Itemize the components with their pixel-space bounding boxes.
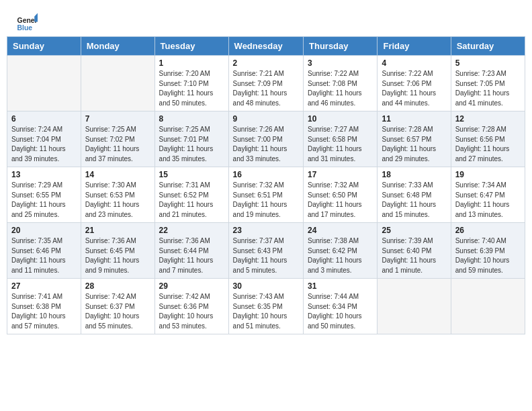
day-number: 26 — [455, 226, 521, 235]
day-info: Sunrise: 7:22 AMSunset: 7:06 PMDaylight:… — [382, 69, 446, 108]
day-number: 13 — [11, 170, 77, 179]
day-info: Sunrise: 7:35 AMSunset: 6:46 PMDaylight:… — [11, 236, 77, 275]
calendar-day-cell — [7, 56, 81, 111]
day-number: 1 — [159, 58, 224, 68]
calendar-header-sunday: Sunday — [7, 37, 81, 56]
day-number: 21 — [85, 226, 150, 235]
day-number: 7 — [85, 114, 150, 124]
day-number: 23 — [233, 226, 299, 235]
day-number: 4 — [382, 58, 446, 68]
day-number: 6 — [11, 114, 77, 124]
day-number: 16 — [233, 170, 299, 179]
day-info: Sunrise: 7:36 AMSunset: 6:44 PMDaylight:… — [159, 236, 224, 275]
calendar-day-cell: 23Sunrise: 7:37 AMSunset: 6:43 PMDayligh… — [228, 223, 303, 279]
day-info: Sunrise: 7:20 AMSunset: 7:10 PMDaylight:… — [159, 69, 224, 108]
calendar-day-cell: 22Sunrise: 7:36 AMSunset: 6:44 PMDayligh… — [154, 223, 228, 279]
svg-marker-2 — [34, 13, 38, 22]
day-number: 9 — [233, 114, 299, 124]
day-number: 15 — [159, 170, 224, 179]
calendar-week-row: 13Sunrise: 7:29 AMSunset: 6:55 PMDayligh… — [7, 167, 525, 223]
day-info: Sunrise: 7:25 AMSunset: 7:02 PMDaylight:… — [85, 125, 150, 164]
calendar-day-cell: 2Sunrise: 7:21 AMSunset: 7:09 PMDaylight… — [228, 56, 303, 111]
calendar-day-cell: 4Sunrise: 7:22 AMSunset: 7:06 PMDaylight… — [378, 56, 451, 111]
day-info: Sunrise: 7:31 AMSunset: 6:52 PMDaylight:… — [159, 181, 224, 220]
day-info: Sunrise: 7:27 AMSunset: 6:58 PMDaylight:… — [308, 125, 373, 164]
logo-icon: General Blue — [16, 12, 38, 34]
calendar-day-cell: 19Sunrise: 7:34 AMSunset: 6:47 PMDayligh… — [451, 167, 525, 223]
calendar-day-cell: 18Sunrise: 7:33 AMSunset: 6:48 PMDayligh… — [378, 167, 451, 223]
day-info: Sunrise: 7:37 AMSunset: 6:43 PMDaylight:… — [233, 236, 299, 275]
svg-text:Blue: Blue — [17, 24, 33, 32]
day-info: Sunrise: 7:22 AMSunset: 7:08 PMDaylight:… — [308, 69, 373, 108]
day-number: 24 — [308, 226, 373, 235]
calendar-day-cell: 13Sunrise: 7:29 AMSunset: 6:55 PMDayligh… — [7, 167, 81, 223]
logo: General Blue — [16, 12, 40, 34]
calendar-header-monday: Monday — [81, 37, 154, 56]
calendar-header-saturday: Saturday — [451, 37, 525, 56]
day-number: 8 — [159, 114, 224, 124]
calendar-day-cell: 24Sunrise: 7:38 AMSunset: 6:42 PMDayligh… — [304, 223, 378, 279]
calendar-day-cell: 11Sunrise: 7:28 AMSunset: 6:57 PMDayligh… — [378, 111, 451, 167]
calendar-day-cell: 16Sunrise: 7:32 AMSunset: 6:51 PMDayligh… — [228, 167, 303, 223]
day-number: 18 — [382, 170, 446, 179]
day-info: Sunrise: 7:36 AMSunset: 6:45 PMDaylight:… — [85, 236, 150, 275]
calendar-day-cell: 21Sunrise: 7:36 AMSunset: 6:45 PMDayligh… — [81, 223, 154, 279]
calendar-day-cell: 12Sunrise: 7:28 AMSunset: 6:56 PMDayligh… — [451, 111, 525, 167]
day-number: 5 — [455, 58, 521, 68]
calendar-header-wednesday: Wednesday — [228, 37, 303, 56]
day-number: 2 — [233, 58, 299, 68]
calendar-wrapper: SundayMondayTuesdayWednesdayThursdayFrid… — [0, 36, 532, 341]
day-number: 11 — [382, 114, 446, 124]
calendar-day-cell: 26Sunrise: 7:40 AMSunset: 6:39 PMDayligh… — [451, 223, 525, 279]
day-number: 25 — [382, 226, 446, 235]
day-info: Sunrise: 7:33 AMSunset: 6:48 PMDaylight:… — [382, 181, 446, 220]
calendar-day-cell: 28Sunrise: 7:42 AMSunset: 6:37 PMDayligh… — [81, 279, 154, 334]
calendar-week-row: 1Sunrise: 7:20 AMSunset: 7:10 PMDaylight… — [7, 56, 525, 111]
calendar-day-cell: 9Sunrise: 7:26 AMSunset: 7:00 PMDaylight… — [228, 111, 303, 167]
calendar-day-cell: 17Sunrise: 7:32 AMSunset: 6:50 PMDayligh… — [304, 167, 378, 223]
day-info: Sunrise: 7:41 AMSunset: 6:38 PMDaylight:… — [11, 292, 77, 331]
calendar-header-tuesday: Tuesday — [154, 37, 228, 56]
calendar-day-cell: 7Sunrise: 7:25 AMSunset: 7:02 PMDaylight… — [81, 111, 154, 167]
calendar-table: SundayMondayTuesdayWednesdayThursdayFrid… — [7, 36, 525, 334]
day-info: Sunrise: 7:26 AMSunset: 7:00 PMDaylight:… — [233, 125, 299, 164]
day-info: Sunrise: 7:21 AMSunset: 7:09 PMDaylight:… — [233, 69, 299, 108]
day-number: 31 — [308, 281, 373, 291]
calendar-week-row: 6Sunrise: 7:24 AMSunset: 7:04 PMDaylight… — [7, 111, 525, 167]
page-header: General Blue — [0, 0, 532, 36]
calendar-day-cell — [81, 56, 154, 111]
day-info: Sunrise: 7:44 AMSunset: 6:34 PMDaylight:… — [308, 292, 373, 331]
calendar-day-cell: 1Sunrise: 7:20 AMSunset: 7:10 PMDaylight… — [154, 56, 228, 111]
day-info: Sunrise: 7:39 AMSunset: 6:40 PMDaylight:… — [382, 236, 446, 275]
calendar-day-cell: 20Sunrise: 7:35 AMSunset: 6:46 PMDayligh… — [7, 223, 81, 279]
day-number: 12 — [455, 114, 521, 124]
calendar-week-row: 20Sunrise: 7:35 AMSunset: 6:46 PMDayligh… — [7, 223, 525, 279]
day-info: Sunrise: 7:34 AMSunset: 6:47 PMDaylight:… — [455, 181, 521, 220]
day-info: Sunrise: 7:24 AMSunset: 7:04 PMDaylight:… — [11, 125, 77, 164]
day-number: 20 — [11, 226, 77, 235]
day-info: Sunrise: 7:30 AMSunset: 6:53 PMDaylight:… — [85, 181, 150, 220]
day-info: Sunrise: 7:25 AMSunset: 7:01 PMDaylight:… — [159, 125, 224, 164]
day-number: 3 — [308, 58, 373, 68]
day-number: 30 — [233, 281, 299, 291]
calendar-day-cell: 3Sunrise: 7:22 AMSunset: 7:08 PMDaylight… — [304, 56, 378, 111]
day-info: Sunrise: 7:38 AMSunset: 6:42 PMDaylight:… — [308, 236, 373, 275]
day-number: 28 — [85, 281, 150, 291]
calendar-body: 1Sunrise: 7:20 AMSunset: 7:10 PMDaylight… — [7, 56, 525, 334]
day-info: Sunrise: 7:42 AMSunset: 6:37 PMDaylight:… — [85, 292, 150, 331]
day-number: 22 — [159, 226, 224, 235]
day-number: 29 — [159, 281, 224, 291]
day-number: 27 — [11, 281, 77, 291]
day-info: Sunrise: 7:43 AMSunset: 6:35 PMDaylight:… — [233, 292, 299, 331]
day-info: Sunrise: 7:42 AMSunset: 6:36 PMDaylight:… — [159, 292, 224, 331]
calendar-header-friday: Friday — [378, 37, 451, 56]
day-number: 19 — [455, 170, 521, 179]
calendar-day-cell — [451, 279, 525, 334]
calendar-day-cell: 5Sunrise: 7:23 AMSunset: 7:05 PMDaylight… — [451, 56, 525, 111]
calendar-day-cell: 10Sunrise: 7:27 AMSunset: 6:58 PMDayligh… — [304, 111, 378, 167]
calendar-day-cell: 25Sunrise: 7:39 AMSunset: 6:40 PMDayligh… — [378, 223, 451, 279]
calendar-header-row: SundayMondayTuesdayWednesdayThursdayFrid… — [7, 37, 525, 56]
day-info: Sunrise: 7:28 AMSunset: 6:56 PMDaylight:… — [455, 125, 521, 164]
day-info: Sunrise: 7:32 AMSunset: 6:51 PMDaylight:… — [233, 181, 299, 220]
calendar-day-cell: 8Sunrise: 7:25 AMSunset: 7:01 PMDaylight… — [154, 111, 228, 167]
